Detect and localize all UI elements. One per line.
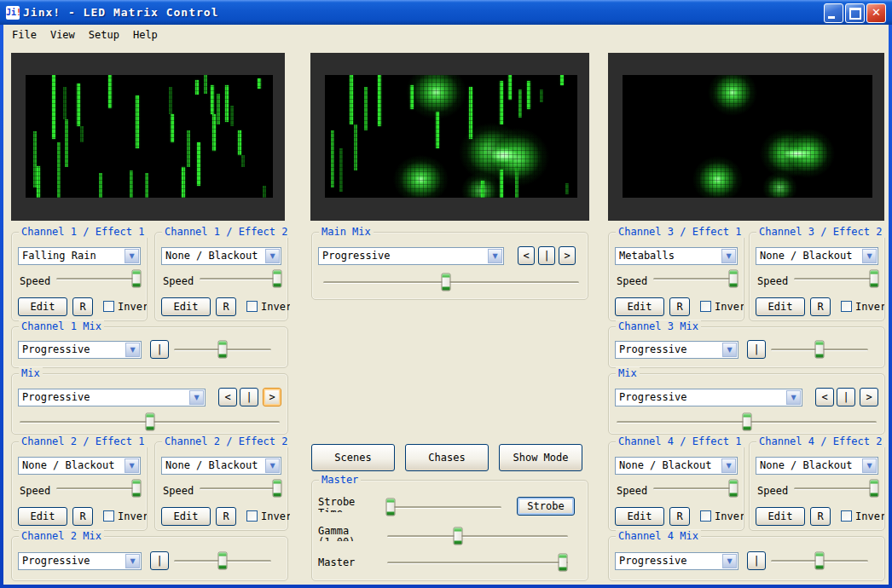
pause-button[interactable]: | xyxy=(747,551,766,570)
close-button[interactable]: ✕ xyxy=(866,3,886,23)
invert-checkbox[interactable] xyxy=(103,510,114,522)
reset-button[interactable]: R xyxy=(72,297,93,316)
effect-select-ch2e1[interactable]: None / Blackout ▼ xyxy=(18,457,141,475)
invert-checkbox[interactable] xyxy=(841,510,852,522)
slider-thumb[interactable] xyxy=(273,270,282,288)
edit-button[interactable]: Edit xyxy=(161,507,211,526)
effect-select-ch2e2[interactable]: None / Blackout ▼ xyxy=(161,457,281,475)
pause-button[interactable]: | xyxy=(150,551,169,570)
invert-checkbox[interactable] xyxy=(103,301,114,312)
chevron-down-icon[interactable]: ▼ xyxy=(721,458,736,473)
chevron-down-icon[interactable]: ▼ xyxy=(862,249,877,263)
invert-checkbox[interactable] xyxy=(700,510,711,522)
reset-button[interactable]: R xyxy=(72,507,93,526)
chevron-down-icon[interactable]: ▼ xyxy=(488,249,502,263)
reset-button[interactable]: R xyxy=(216,507,236,526)
chevron-down-icon[interactable]: ▼ xyxy=(125,554,140,568)
slider-thumb[interactable] xyxy=(815,341,825,359)
menu-setup[interactable]: Setup xyxy=(84,27,128,43)
effect-select-ch4e2[interactable]: None / Blackout ▼ xyxy=(756,457,878,475)
effect-select-ch1e2[interactable]: None / Blackout ▼ xyxy=(161,247,281,265)
speed-slider[interactable] xyxy=(653,478,733,499)
reset-button[interactable]: R xyxy=(669,297,690,316)
edit-button[interactable]: Edit xyxy=(615,507,664,526)
slider-thumb[interactable] xyxy=(453,527,462,545)
slider-thumb[interactable] xyxy=(729,270,739,288)
edit-button[interactable]: Edit xyxy=(161,297,211,316)
maximize-button[interactable] xyxy=(845,3,865,23)
chevron-down-icon[interactable]: ▼ xyxy=(862,458,877,473)
mix-select-ch2[interactable]: Progressive ▼ xyxy=(18,552,142,570)
next-button[interactable]: > xyxy=(860,388,878,406)
speed-slider[interactable] xyxy=(794,478,874,499)
slider-thumb[interactable] xyxy=(558,554,567,572)
pause-button[interactable]: | xyxy=(240,388,258,406)
invert-checkbox[interactable] xyxy=(700,301,711,312)
reset-button[interactable]: R xyxy=(216,297,236,316)
pause-button[interactable]: | xyxy=(538,246,555,265)
mix-slider[interactable] xyxy=(174,339,271,360)
mix-select-right[interactable]: Progressive ▼ xyxy=(615,389,802,406)
effect-select-ch3e2[interactable]: None / Blackout ▼ xyxy=(756,247,878,265)
speed-slider[interactable] xyxy=(653,268,733,289)
slider-thumb[interactable] xyxy=(145,413,154,431)
slider-thumb[interactable] xyxy=(442,274,451,291)
speed-slider[interactable] xyxy=(794,268,874,289)
pause-button[interactable]: | xyxy=(837,388,855,406)
edit-button[interactable]: Edit xyxy=(756,297,805,316)
strobe-slider[interactable] xyxy=(387,497,501,517)
strobe-button[interactable]: Strobe xyxy=(517,497,575,516)
slider-thumb[interactable] xyxy=(218,552,228,570)
chevron-down-icon[interactable]: ▼ xyxy=(265,458,280,473)
chevron-down-icon[interactable]: ▼ xyxy=(125,343,140,357)
slider-thumb[interactable] xyxy=(273,480,282,498)
edit-button[interactable]: Edit xyxy=(18,297,67,316)
master-slider[interactable] xyxy=(387,552,568,573)
effect-select-ch1e1[interactable]: Falling Rain ▼ xyxy=(18,247,141,265)
reset-button[interactable]: R xyxy=(810,297,831,316)
chevron-down-icon[interactable]: ▼ xyxy=(722,343,737,357)
edit-button[interactable]: Edit xyxy=(18,507,67,526)
minimize-button[interactable] xyxy=(824,3,843,23)
mix-select-left[interactable]: Progressive ▼ xyxy=(18,389,206,406)
slider-thumb[interactable] xyxy=(386,499,396,516)
slider-thumb[interactable] xyxy=(132,480,142,498)
scenes-button[interactable]: Scenes xyxy=(311,444,395,471)
main-mix-slider[interactable] xyxy=(323,272,579,292)
mix-select-ch4[interactable]: Progressive ▼ xyxy=(615,552,739,570)
mix-slider[interactable] xyxy=(174,551,271,571)
invert-checkbox[interactable] xyxy=(246,510,258,522)
menu-view[interactable]: View xyxy=(45,27,84,43)
mix-select-ch1[interactable]: Progressive ▼ xyxy=(18,341,142,359)
speed-slider[interactable] xyxy=(56,478,136,499)
mix-select-main[interactable]: Progressive ▼ xyxy=(318,247,504,265)
speed-slider[interactable] xyxy=(56,268,136,289)
reset-button[interactable]: R xyxy=(669,507,690,526)
mix-slider[interactable] xyxy=(771,551,868,571)
mix-slider[interactable] xyxy=(20,412,280,432)
slider-thumb[interactable] xyxy=(870,480,879,498)
pause-button[interactable]: | xyxy=(747,340,766,359)
prev-button[interactable]: < xyxy=(815,388,834,406)
chases-button[interactable]: Chases xyxy=(405,444,489,471)
menu-file[interactable]: File xyxy=(7,27,45,43)
chevron-down-icon[interactable]: ▼ xyxy=(125,249,139,263)
chevron-down-icon[interactable]: ▼ xyxy=(265,249,280,263)
next-button[interactable]: > xyxy=(263,388,281,406)
effect-select-ch4e1[interactable]: None / Blackout ▼ xyxy=(615,457,738,475)
invert-checkbox[interactable] xyxy=(246,301,258,312)
speed-slider[interactable] xyxy=(200,268,277,289)
slider-thumb[interactable] xyxy=(218,341,228,359)
edit-button[interactable]: Edit xyxy=(615,297,664,316)
slider-thumb[interactable] xyxy=(870,270,879,288)
slider-thumb[interactable] xyxy=(132,270,142,288)
chevron-down-icon[interactable]: ▼ xyxy=(786,390,801,405)
show-mode-button[interactable]: Show Mode xyxy=(499,444,582,471)
mix-slider[interactable] xyxy=(771,339,868,360)
mix-select-ch3[interactable]: Progressive ▼ xyxy=(615,341,739,359)
prev-button[interactable]: < xyxy=(518,246,535,265)
effect-select-ch3e1[interactable]: Metaballs ▼ xyxy=(615,247,738,265)
edit-button[interactable]: Edit xyxy=(756,507,805,526)
prev-button[interactable]: < xyxy=(218,388,237,406)
next-button[interactable]: > xyxy=(559,246,576,265)
